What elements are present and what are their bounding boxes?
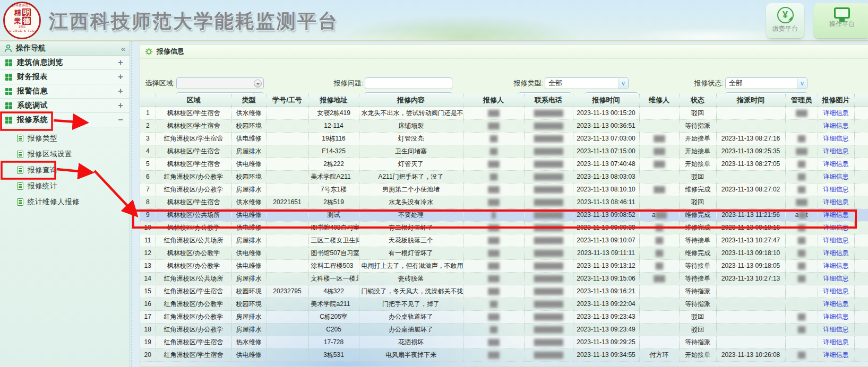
combo-dropdown-icon[interactable] — [254, 80, 262, 88]
detail-info-link[interactable]: 详细信息 — [823, 287, 849, 295]
table-row[interactable]: 3红角洲校区/学生宿舍供电维修19栋116灯管没亮██████████2023-… — [140, 132, 868, 145]
table-row[interactable]: 4枫林校区/学生宿舍房屋排水F14-325卫生间堵塞██████████2023… — [140, 145, 868, 158]
submenu-repair-query[interactable]: 报修查询 — [0, 162, 130, 178]
cell-phone: ████████ — [524, 310, 573, 323]
cell-phone: ████████ — [524, 272, 573, 285]
issue-input[interactable] — [365, 77, 452, 89]
detail-info-link[interactable]: 详细信息 — [823, 249, 849, 257]
area-combo[interactable] — [176, 77, 264, 89]
cell-admin: ██ — [785, 323, 818, 336]
detail-info-link[interactable]: 详细信息 — [823, 135, 849, 142]
nav-header: 操作导航 « — [0, 41, 130, 56]
expand-icon[interactable]: + — [117, 86, 124, 96]
detail-info-link[interactable]: 详细信息 — [823, 122, 849, 129]
detail-info-link[interactable]: 详细信息 — [823, 300, 849, 308]
sidebar-item-repair-system[interactable]: 报修系统 − — [0, 113, 130, 127]
table-row[interactable]: 11红角洲校区/公共场所房屋排水三区二楼女卫生间天花板脱落三个█████████… — [140, 234, 868, 247]
sidebar-item-system-debug[interactable]: 系统调试 + — [0, 99, 130, 113]
cell-img: 详细信息 — [818, 196, 854, 208]
column-header-phone: 联系电话 — [524, 94, 573, 107]
operation-platform-button[interactable]: 操作平台 — [813, 3, 868, 38]
table-row[interactable]: 15红角洲校区/学生宿舍校园环境202327954栋322门锁没了，冬天风大，洗… — [140, 285, 868, 298]
cell-content: 水龙头不出水，尝试转动阀门还是不 — [359, 107, 463, 119]
expand-icon[interactable]: + — [117, 72, 124, 82]
collapse-icon[interactable]: « — [121, 44, 125, 53]
detail-info-link[interactable]: 详细信息 — [823, 109, 849, 117]
cell-rtime: 2023-11-13 09:34:55 — [573, 348, 639, 361]
table-row[interactable]: 10枫林校区/办公教学供电维修图书馆403自习室有二根灯管坏了█████████… — [140, 221, 868, 234]
status-select[interactable]: 全部∨ — [725, 77, 807, 89]
table-row[interactable]: 12枫林校区/办公教学供电维修图书馆507自习室有一根灯管坏了█████████… — [140, 247, 868, 259]
cell-atime: 2023-11-13 10:27:13 — [716, 272, 785, 285]
cell-atime — [716, 336, 785, 348]
detail-info-link[interactable]: 详细信息 — [823, 262, 849, 269]
chevron-down-icon[interactable]: ∨ — [618, 78, 628, 89]
table-row[interactable]: 18红角洲校区/办公教学房屋排水C205办公桌抽屉坏了██████████202… — [140, 323, 868, 336]
submenu-repair-type[interactable]: 报修类型 — [0, 130, 130, 146]
detail-info-link[interactable]: 详细信息 — [823, 338, 849, 346]
sidebar-item-building-info[interactable]: 建筑信息浏览 + — [0, 56, 130, 70]
detail-info-link[interactable]: 详细信息 — [823, 224, 849, 231]
table-row[interactable]: 7红角洲校区/办公教学房屋排水7号东1楼男厕第二个小便池堵███████████… — [140, 183, 868, 196]
cell-rtime: 2023-11-13 00:15:20 — [573, 107, 639, 119]
sidebar-item-finance-report[interactable]: 财务报表 + — [0, 70, 130, 84]
cell-sid — [266, 323, 308, 336]
table-row[interactable]: 1枫林校区/学生宿舍供水维修女寝2栋419水龙头不出水，尝试转动阀门还是不███… — [140, 107, 868, 119]
cell-status: 等待指派 — [679, 298, 716, 310]
blurred-text: ███ — [488, 313, 499, 320]
cell-num: 14 — [140, 272, 156, 285]
cell-rtime: 2023-11-13 09:15:06 — [573, 272, 639, 285]
detail-info-link[interactable]: 详细信息 — [823, 326, 849, 333]
cell-img: 详细信息 — [818, 259, 854, 272]
cell-status: 等待指派 — [679, 336, 716, 348]
table-row[interactable]: 5枫林校区/学生宿舍供电维修2栋222灯管灭了███████████2023-1… — [140, 158, 868, 170]
cell-reporter: █ — [463, 208, 524, 221]
cell-worker — [639, 336, 679, 348]
cell-status: 开始接单 — [679, 132, 716, 145]
detail-info-link[interactable]: 详细信息 — [823, 186, 849, 193]
column-header-atime: 指派时间 — [716, 94, 785, 107]
detail-info-link[interactable]: 详细信息 — [823, 160, 849, 168]
cell-content: 电风扇半夜掉下来 — [359, 348, 463, 361]
detail-info-link[interactable]: 详细信息 — [823, 211, 849, 219]
table-row[interactable]: 19红角洲校区/学生宿舍热水维修17-728花洒损坏███████████202… — [140, 336, 868, 348]
cell-sid — [266, 247, 308, 259]
table-row[interactable]: 13枫林校区/办公教学供电维修涂料工程楼503电闸打上去了，但有滋滋声，不敢用█… — [140, 259, 868, 272]
table-row[interactable]: 20红角洲校区/学生宿舍供电维修3栋531电风扇半夜掉下来███████████… — [140, 348, 868, 361]
type-select[interactable]: 全部∨ — [545, 77, 629, 89]
table-row[interactable]: 6红角洲校区/办公教学校园环境美术学院A211A211门把手坏了，没了█████… — [140, 170, 868, 183]
table-row[interactable]: 9枫林校区/公共场所供电维修测试不要处理█████████2023-11-13 … — [140, 208, 868, 221]
detail-info-link[interactable]: 详细信息 — [823, 173, 849, 180]
expand-icon[interactable]: + — [117, 101, 124, 110]
detail-info-link[interactable]: 详细信息 — [823, 351, 849, 359]
table-row[interactable]: 17红角洲校区/办公教学房屋排水C栋205室办公桌轨道坏了███████████… — [140, 310, 868, 323]
expand-icon[interactable]: + — [117, 58, 124, 67]
blurred-text: ██ — [798, 250, 805, 256]
table-row[interactable]: 8枫林校区/学生宿舍供水维修202216512栋519水龙头没有冷水██████… — [140, 196, 868, 208]
cell-atime — [716, 285, 785, 298]
chevron-down-icon[interactable]: ∨ — [797, 78, 807, 89]
cell-reporter: ███ — [463, 234, 524, 247]
cell-admin: ██ — [785, 259, 818, 272]
payment-platform-button[interactable]: ¥ 缴费平台 — [766, 3, 804, 38]
cell-worker — [639, 310, 679, 323]
cell-num: 16 — [140, 298, 156, 310]
submenu-worker-stats[interactable]: 统计维修人报修 — [0, 194, 130, 210]
table-row[interactable]: 16红角洲校区/办公教学校园环境美术学院a211门把手不见了，掉了███████… — [140, 298, 868, 310]
cell-atime: 2023-11-13 08:27:05 — [716, 158, 785, 170]
table-row[interactable]: 14红角洲校区/公共场所房屋排水文科楼一区一楼北大门瓷砖脱落██████████… — [140, 272, 868, 285]
detail-info-link[interactable]: 详细信息 — [823, 198, 849, 206]
blurred-text: ████████ — [534, 199, 563, 205]
collapse-minus-icon[interactable]: − — [117, 115, 124, 125]
table-row[interactable]: 2枫林校区/学生宿舍校园环境12-114床铺塌裂███████████2023-… — [140, 119, 868, 132]
submenu-repair-region[interactable]: 报修区域设置 — [0, 146, 130, 162]
detail-info-link[interactable]: 详细信息 — [823, 147, 849, 155]
detail-info-link[interactable]: 详细信息 — [823, 275, 849, 282]
detail-info-link[interactable]: 详细信息 — [823, 237, 849, 244]
cell-worker: a███ — [639, 208, 679, 221]
sidebar-splitter[interactable] — [131, 41, 134, 367]
submenu-repair-stats[interactable]: 报修统计 — [0, 178, 130, 194]
sidebar-item-alarm-info[interactable]: 报警信息 + — [0, 84, 130, 99]
detail-info-link[interactable]: 详细信息 — [823, 313, 849, 320]
document-icon — [17, 135, 23, 142]
